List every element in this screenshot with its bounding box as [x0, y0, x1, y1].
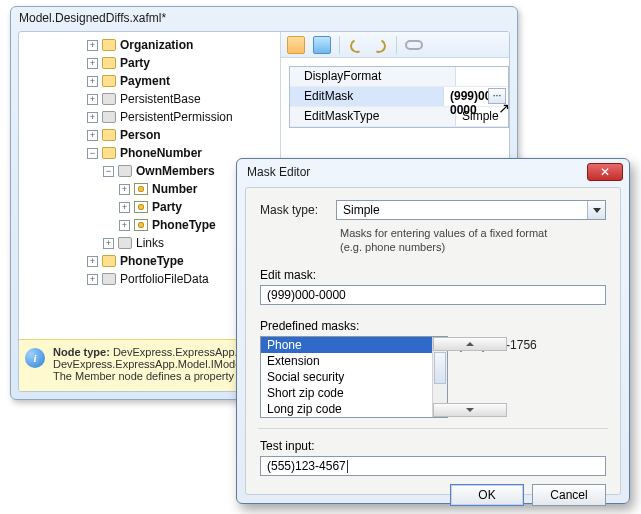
- tree-item-label: Payment: [120, 74, 170, 88]
- predefined-masks-listbox[interactable]: PhoneExtensionSocial securityShort zip c…: [260, 336, 448, 418]
- tree-item-label: Number: [152, 182, 197, 196]
- folder-icon: [102, 39, 116, 51]
- folder-icon: [102, 111, 116, 123]
- tree-item[interactable]: +PersistentPermission: [19, 108, 280, 126]
- undo-icon[interactable]: [348, 37, 364, 53]
- test-input-label: Test input:: [260, 439, 606, 453]
- separator: [339, 36, 340, 54]
- folder-icon: [102, 129, 116, 141]
- folder-icon: [102, 93, 116, 105]
- tree-item-label: Organization: [120, 38, 193, 52]
- info-icon: [25, 348, 45, 368]
- mask-editor-dialog: Mask Editor ✕ Mask type: Simple Masks fo…: [236, 158, 630, 504]
- tree-item[interactable]: +Person: [19, 126, 280, 144]
- property-value[interactable]: [456, 67, 508, 86]
- expand-icon[interactable]: +: [87, 76, 98, 87]
- ellipsis-button[interactable]: ···: [488, 88, 506, 104]
- info-label: Node type:: [53, 346, 110, 358]
- test-input-value: (555)123-4567: [267, 459, 346, 473]
- test-input[interactable]: (555)123-4567: [260, 456, 606, 476]
- property-name: DisplayFormat: [290, 67, 456, 86]
- property-value[interactable]: (999)000-0000···↖: [444, 87, 508, 106]
- property-name: EditMaskType: [290, 107, 456, 126]
- mask-type-value: Simple: [337, 201, 605, 219]
- property-row[interactable]: EditMaskTypeSimple: [290, 107, 508, 127]
- list-item[interactable]: Social security: [261, 369, 432, 385]
- member-icon: [134, 183, 148, 195]
- tree-item-label: OwnMembers: [136, 164, 215, 178]
- expand-icon[interactable]: +: [119, 220, 130, 231]
- expand-icon[interactable]: +: [87, 112, 98, 123]
- property-row[interactable]: EditMask(999)000-0000···↖: [290, 87, 508, 107]
- list-item[interactable]: Long zip code: [261, 401, 432, 417]
- scrollbar[interactable]: [432, 337, 447, 417]
- tree-item-label: PersistentBase: [120, 92, 201, 106]
- property-row[interactable]: DisplayFormat: [290, 67, 508, 87]
- folder-icon: [118, 237, 132, 249]
- expand-icon[interactable]: +: [119, 184, 130, 195]
- hint-line-1: Masks for entering values of a fixed for…: [340, 226, 606, 240]
- folder-icon: [102, 75, 116, 87]
- tree-item-label: PortfolioFileData: [120, 272, 209, 286]
- property-toolbar: [281, 32, 509, 58]
- edit-mask-input[interactable]: [260, 285, 606, 305]
- member-icon: [134, 201, 148, 213]
- alphabetical-icon[interactable]: [313, 36, 331, 54]
- collapse-icon[interactable]: −: [87, 148, 98, 159]
- folder-icon: [102, 273, 116, 285]
- property-grid[interactable]: DisplayFormatEditMask(999)000-0000···↖Ed…: [289, 66, 509, 128]
- divider: [258, 428, 608, 429]
- tree-item-label: PersistentPermission: [120, 110, 233, 124]
- expand-icon[interactable]: +: [119, 202, 130, 213]
- tree-item[interactable]: +PersistentBase: [19, 90, 280, 108]
- tree-item-label: PhoneType: [152, 218, 216, 232]
- text-caret: [347, 460, 348, 473]
- expand-icon[interactable]: +: [87, 58, 98, 69]
- mask-type-hint: Masks for entering values of a fixed for…: [340, 226, 606, 254]
- dialog-body: Mask type: Simple Masks for entering val…: [245, 187, 621, 495]
- window-title: Model.DesignedDiffs.xafml*: [11, 7, 517, 29]
- mask-type-combo[interactable]: Simple: [336, 200, 606, 220]
- scroll-down-icon[interactable]: [433, 403, 507, 417]
- expand-icon[interactable]: +: [87, 256, 98, 267]
- tree-item-label: PhoneType: [120, 254, 184, 268]
- list-item[interactable]: Short zip code: [261, 385, 432, 401]
- expand-icon[interactable]: +: [87, 94, 98, 105]
- expand-icon[interactable]: +: [87, 40, 98, 51]
- chevron-down-icon[interactable]: [587, 201, 605, 219]
- info-text1: DevExpress.ExpressApp.M: [110, 346, 247, 358]
- redo-icon[interactable]: [372, 37, 388, 53]
- tree-item-label: Party: [152, 200, 182, 214]
- hint-line-2: (e.g. phone numbers): [340, 240, 606, 254]
- tree-item[interactable]: +Organization: [19, 36, 280, 54]
- expand-icon[interactable]: +: [87, 274, 98, 285]
- edit-mask-label: Edit mask:: [260, 268, 606, 282]
- expand-icon[interactable]: +: [87, 130, 98, 141]
- cancel-button[interactable]: Cancel: [532, 484, 606, 506]
- dialog-titlebar: Mask Editor ✕: [237, 159, 629, 185]
- tree-item-label: Links: [136, 236, 164, 250]
- folder-icon: [102, 57, 116, 69]
- categorized-icon[interactable]: [287, 36, 305, 54]
- separator: [396, 36, 397, 54]
- folder-icon: [118, 165, 132, 177]
- ok-button[interactable]: OK: [450, 484, 524, 506]
- link-icon[interactable]: [405, 40, 423, 50]
- tree-item[interactable]: +Party: [19, 54, 280, 72]
- scroll-thumb[interactable]: [434, 352, 446, 384]
- list-item[interactable]: Phone: [261, 337, 432, 353]
- member-icon: [134, 219, 148, 231]
- collapse-icon[interactable]: −: [103, 166, 114, 177]
- property-value[interactable]: Simple: [456, 107, 508, 126]
- scroll-up-icon[interactable]: [433, 337, 507, 351]
- tree-item[interactable]: +Payment: [19, 72, 280, 90]
- mask-type-label: Mask type:: [260, 203, 330, 217]
- list-item[interactable]: Extension: [261, 353, 432, 369]
- close-button[interactable]: ✕: [587, 163, 623, 181]
- property-name: EditMask: [290, 87, 444, 106]
- expand-icon[interactable]: +: [103, 238, 114, 249]
- tree-item-label: Person: [120, 128, 161, 142]
- dialog-title: Mask Editor: [247, 165, 310, 179]
- folder-icon: [102, 255, 116, 267]
- tree-item-label: PhoneNumber: [120, 146, 202, 160]
